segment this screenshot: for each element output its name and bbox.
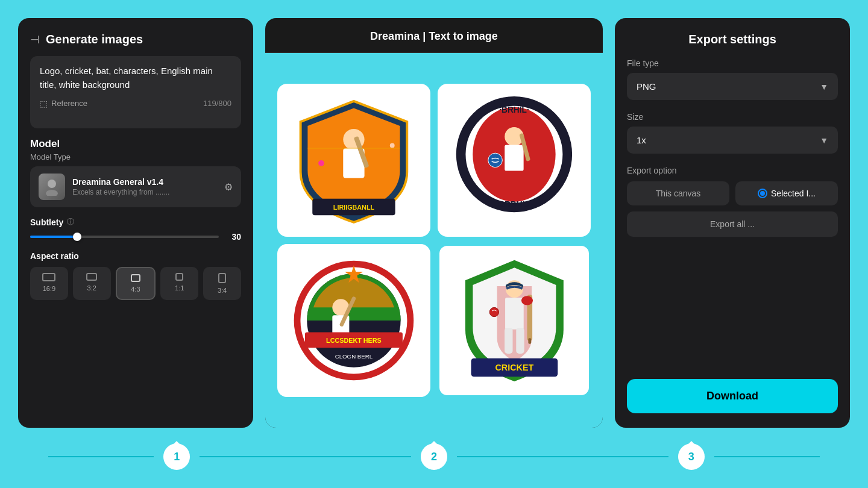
reference-button[interactable]: ⬚ Reference: [40, 99, 87, 108]
aspect-btn-3-4[interactable]: 3:4: [203, 267, 241, 300]
svg-point-1: [46, 190, 58, 196]
image-card-3[interactable]: LCCSDEKT HERS CLOGN BERL: [277, 244, 430, 397]
model-settings-icon[interactable]: ⚙: [224, 181, 233, 193]
export-option-label: Export option: [627, 166, 838, 175]
reference-label: Reference: [51, 99, 87, 108]
export-all-label: Export all ...: [710, 219, 755, 229]
svg-text:CRICKET: CRICKET: [495, 362, 533, 372]
size-section: Size 1x ▼: [627, 112, 838, 154]
indicator-number-3: 3: [688, 451, 694, 463]
aspect-label-4-3: 4:3: [131, 286, 140, 293]
prompt-footer: ⬚ Reference 119/800: [40, 98, 231, 110]
aspect-label-3-2: 3:2: [87, 284, 96, 292]
indicator-line-right-3: [714, 456, 820, 457]
image-card-4[interactable]: CRICKET: [438, 244, 591, 397]
aspect-label-16-9: 16:9: [43, 285, 55, 292]
size-dropdown[interactable]: 1x ▼: [627, 127, 838, 154]
aspect-icon-3-2: [86, 273, 97, 281]
model-desc: Excels at everything from .......: [72, 188, 217, 196]
size-dropdown-arrow: ▼: [820, 136, 828, 145]
char-count: 119/800: [203, 98, 231, 110]
model-name: Dreamina General v1.4: [72, 177, 217, 187]
logo2-svg: ·BRHIL· CRBHL.: [449, 95, 579, 225]
indicator-group-1: 1: [48, 443, 306, 470]
svg-rect-19: [505, 145, 523, 170]
aspect-icon-1-1: [175, 273, 183, 281]
panel-header: ⊣ Generate images: [30, 33, 241, 46]
radio-inner: [760, 191, 765, 196]
file-type-dropdown-arrow: ▼: [820, 82, 828, 92]
aspect-btn-16-9[interactable]: 16:9: [30, 267, 68, 300]
file-type-dropdown[interactable]: PNG ▼: [627, 73, 838, 100]
indicator-line-left-2: [306, 456, 411, 457]
selected-button[interactable]: Selected I...: [735, 181, 838, 205]
this-canvas-label: This canvas: [656, 189, 701, 198]
aspect-icon-3-4: [218, 273, 226, 283]
export-option-section: Export option This canvas Selected I... …: [627, 166, 838, 237]
aspect-btn-1-1[interactable]: 1:1: [160, 267, 198, 300]
download-button[interactable]: Download: [627, 379, 838, 413]
slider-value: 30: [226, 232, 241, 242]
info-icon: ⓘ: [67, 217, 74, 227]
file-type-label: File type: [627, 58, 838, 68]
size-value: 1x: [637, 135, 646, 145]
svg-text:·BRHIL·: ·BRHIL·: [499, 105, 529, 114]
main-container: ⊣ Generate images Logo, cricket, bat, ch…: [0, 0, 868, 488]
panel-header-icon: ⊣: [30, 33, 40, 46]
svg-rect-39: [528, 338, 531, 344]
logo3: LCCSDEKT HERS CLOGN BERL: [289, 255, 419, 386]
indicator-group-3: 3: [562, 443, 820, 470]
selected-label: Selected I...: [771, 189, 816, 198]
subtlety-slider[interactable]: [30, 236, 219, 238]
model-card[interactable]: Dreamina General v1.4 Excels at everythi…: [30, 166, 241, 207]
svg-rect-5: [176, 274, 183, 280]
svg-point-12: [318, 160, 324, 166]
file-type-section: File type PNG ▼: [627, 58, 838, 100]
subtlety-label: Subtlety: [30, 217, 63, 227]
aspect-label-1-1: 1:1: [175, 284, 184, 292]
center-panel: Dreamina | Text to image: [265, 18, 603, 428]
logo1: LIRIIGBANLL: [289, 95, 419, 225]
model-type-label: Model Type: [30, 152, 241, 161]
logo1-svg: LIRIIGBANLL: [289, 95, 419, 225]
image-card-1[interactable]: LIRIIGBANLL: [277, 84, 430, 237]
size-label: Size: [627, 112, 838, 122]
aspect-btn-4-3[interactable]: 4:3: [116, 267, 156, 300]
subtlety-section: Subtlety ⓘ 30: [30, 217, 241, 242]
svg-text:CRBHL.: CRBHL.: [498, 200, 530, 209]
indicator-group-2: 2: [306, 443, 563, 470]
right-panel: Export settings File type PNG ▼ Size 1x …: [615, 18, 850, 428]
svg-rect-2: [43, 274, 55, 281]
svg-point-41: [489, 307, 498, 316]
prompt-text: Logo, cricket, bat, characters, English …: [40, 64, 231, 92]
svg-rect-4: [131, 275, 140, 281]
aspect-ratio-section: Aspect ratio 16:9 3:2 4:3 1:1: [30, 251, 241, 300]
logo2: ·BRHIL· CRBHL.: [449, 95, 579, 225]
model-section-title: Model: [30, 138, 241, 150]
image-card-2[interactable]: ·BRHIL· CRBHL.: [438, 84, 591, 237]
logo3-svg: LCCSDEKT HERS CLOGN BERL: [289, 255, 419, 386]
svg-rect-6: [219, 274, 225, 283]
export-title: Export settings: [627, 33, 838, 46]
aspect-ratio-label: Aspect ratio: [30, 251, 241, 261]
option-buttons: This canvas Selected I...: [627, 181, 838, 205]
aspect-icon-16-9: [42, 273, 55, 281]
prompt-area[interactable]: Logo, cricket, bat, characters, English …: [30, 56, 241, 128]
bottom-indicators: 1 2 3: [0, 437, 868, 476]
aspect-icon-4-3: [131, 274, 140, 282]
left-panel: ⊣ Generate images Logo, cricket, bat, ch…: [18, 18, 253, 428]
svg-point-23: [488, 153, 503, 167]
logo4: CRICKET: [451, 257, 578, 384]
logo4-svg: CRICKET: [451, 257, 578, 384]
svg-point-40: [521, 296, 532, 305]
this-canvas-button[interactable]: This canvas: [627, 181, 729, 205]
slider-fill: [30, 236, 77, 238]
subtlety-header: Subtlety ⓘ: [30, 217, 241, 227]
panel-title: Generate images: [46, 33, 143, 46]
aspect-btn-3-2[interactable]: 3:2: [73, 267, 111, 300]
indicator-badge-3: 3: [678, 443, 705, 470]
export-all-button[interactable]: Export all ...: [627, 211, 838, 237]
svg-rect-37: [516, 327, 524, 353]
svg-rect-35: [505, 298, 524, 330]
svg-rect-36: [505, 327, 512, 353]
